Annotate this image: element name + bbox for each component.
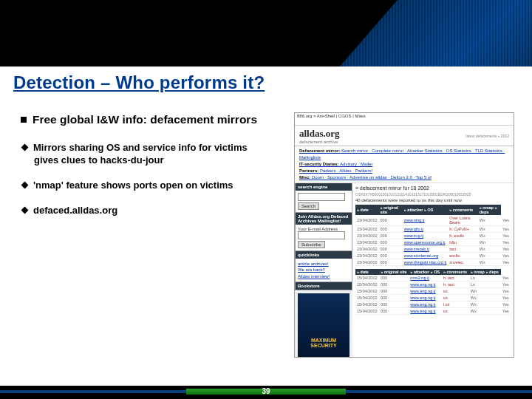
table-row: 15/04/2002000www.eng.ng.tjiotWxYes <box>355 308 511 315</box>
bullet-2: 'nmap' feature shows ports open on victi… <box>21 179 272 192</box>
table-row: 23/04/2002000www.qilu.tjh. CyPuN+WxYes <box>355 226 511 233</box>
nav-row-3: Packers · Alldas · Packers! <box>320 168 372 173</box>
table-row: 15/04/2002000www.eng.ng.tjiotWnYes <box>355 288 511 295</box>
table-row: 23/04/2002000www.scinternet.orgescllsWxY… <box>355 253 511 259</box>
count-line: OSX0X7X800010010101310141013131710105018… <box>355 192 511 197</box>
quicklink-2[interactable]: We are back!! <box>298 267 349 273</box>
diamond-bullet-icon <box>21 143 29 151</box>
site-tagline: defacement archive <box>299 140 338 144</box>
main-title: » defacement mirror for 18 2002 <box>355 185 511 191</box>
mailinglist-box: Join Alldas.org Defaced Archives Mailing… <box>295 213 352 251</box>
bottom-bar: 39 <box>0 386 532 399</box>
bullet-content: Free global I&W info: defacement mirrors… <box>21 112 272 228</box>
bullet-1-text: Mirrors sharing OS and service info for … <box>33 142 248 166</box>
search-heading: search engine <box>296 183 352 191</box>
table-row: 15/04/2002000www.eng.ng.tjh. tactLnYes <box>355 282 511 288</box>
nav-label-4: Misc: <box>299 175 310 180</box>
slide-title: Detection – Who performs it? <box>13 72 265 93</box>
bullet-3: defaced.alldas.org <box>21 204 272 217</box>
nav-links: Defacement mirror: Search mirror · Compl… <box>295 146 514 183</box>
diamond-bullet-icon <box>21 182 29 189</box>
search-box: search engine Search <box>295 183 352 213</box>
page-number: 39 <box>262 387 270 395</box>
top-strip <box>0 0 532 66</box>
section-heading: Free global I&W info: defacement mirrors <box>21 112 272 128</box>
table-row: 15/04/2002000www.eng.ng.tjiotWxYes <box>355 295 511 301</box>
quicklinks-heading: quicklinks <box>296 251 352 259</box>
table-row: 23/04/2002000www.thingold.nlac.crd.tjzuv… <box>355 259 511 266</box>
nav-label-2: IT-security Diaries: <box>299 162 339 166</box>
table-row: 23/04/2002000www.zug.tjh. escllsWxYes <box>355 233 511 239</box>
quicklink-3[interactable]: Alldas interview! <box>298 273 349 279</box>
table-row: 15/04/2002000www.eng.ng.tjl.iotWxYes <box>355 301 511 308</box>
subscribe-button[interactable]: Subscribe <box>298 241 325 248</box>
defacements-table-2: » date» original site» attacker » OS» co… <box>355 269 511 315</box>
slide-body: Detection – Who performs it? Free global… <box>0 66 532 386</box>
bullet-3-text: defaced.alldas.org <box>33 205 117 216</box>
heading-text: Free global I&W info: defacement mirrors <box>33 113 257 126</box>
quicklinks-box: quicklinks article archives! We are back… <box>295 251 352 282</box>
table-row: 23/04/2002000www.creceb.tjtactWxYes <box>355 246 511 253</box>
nav-row-4: Doom · Sponsors · Advertise on alldas · … <box>312 175 432 180</box>
mailinglist-heading: Join Alldas.org Defaced Archives Mailing… <box>296 213 352 225</box>
site-logo: alldas.org <box>299 128 340 139</box>
note-line: 40 defacements were reported to us this … <box>355 198 511 202</box>
main-panel: » defacement mirror for 18 2002 OSX0X7X8… <box>352 183 514 358</box>
search-input[interactable] <box>298 193 345 201</box>
nav-label-1: Defacement mirror: <box>299 149 340 153</box>
header-right-text: latest defacements » 2012 <box>466 134 509 138</box>
sidebar: search engine Search Join Alldas.org Def… <box>295 183 352 358</box>
defacements-table: » date» original site» attacker » OS» co… <box>355 205 511 266</box>
nav-label-3: Partners: <box>299 168 318 173</box>
nav-row-2: Advisory · Mailer <box>340 162 372 166</box>
screenshot: 886.org × Ani•Shell | CGOS | Mass alldas… <box>294 112 514 358</box>
bullet-1: Mirrors sharing OS and service info for … <box>21 141 272 167</box>
table-row: 15/04/2002000nmx2.ng.tjh. tactLnYes <box>355 275 511 282</box>
quicklink-1[interactable]: article archives! <box>298 261 349 267</box>
book-ad: MAXIMUM SECURITY <box>298 293 349 358</box>
email-input[interactable] <box>298 231 345 239</box>
diamond-bullet-icon <box>21 206 29 214</box>
site-header: alldas.org defacement archive latest def… <box>295 126 514 146</box>
slide: Detection – Who performs it? Free global… <box>0 0 532 399</box>
browser-tabs: 886.org × Ani•Shell | CGOS | Mass <box>295 113 514 126</box>
table-row: 23/04/2002000www.ning.tjOver Loans Bears… <box>355 215 511 226</box>
square-bullet-icon <box>21 117 27 123</box>
bookstore-box: Bookstore <box>295 282 352 290</box>
screenshot-columns: search engine Search Join Alldas.org Def… <box>295 183 514 358</box>
bullet-2-text: 'nmap' feature shows ports open on victi… <box>33 180 233 191</box>
table-row: 23/04/2002000www.opensource.org.tjh&uWnY… <box>355 239 511 246</box>
search-button[interactable]: Search <box>298 202 319 210</box>
bookstore-heading: Bookstore <box>296 282 352 290</box>
